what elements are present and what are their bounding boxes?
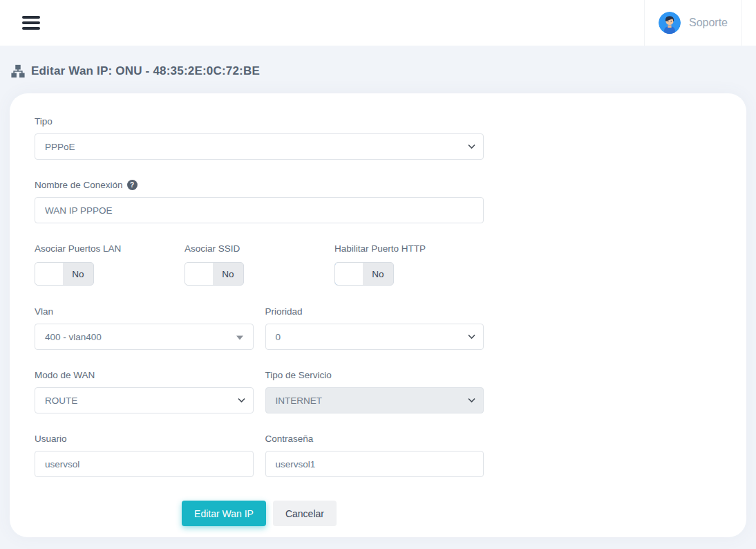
contrasena-label: Contraseña	[265, 434, 484, 444]
edit-wan-card: Tipo PPPoE Nombre de Conexión ? Asociar …	[10, 93, 746, 537]
tipo-select[interactable]: PPPoE	[35, 133, 484, 160]
asociar-ssid-toggle[interactable]: No	[185, 262, 244, 286]
toggle-handle	[35, 263, 63, 285]
modo-wan-label: Modo de WAN	[35, 370, 254, 380]
chevron-down-icon	[468, 145, 475, 149]
toggle-col-habilitar-puerto-http: Habilitar Puerto HTTP No	[334, 243, 484, 286]
field-contrasena: Contraseña	[265, 434, 484, 477]
vlan-select-value: 400 - vlan400	[45, 332, 102, 342]
toggle-col-asociar-puertos-lan: Asociar Puertos LAN No	[35, 243, 185, 286]
hamburger-bar	[22, 16, 40, 19]
row-modo-servicio: Modo de WAN ROUTE Tipo de Servicio INTER…	[35, 370, 484, 413]
menu-hamburger-icon[interactable]	[22, 16, 40, 30]
prioridad-select-value: 0	[276, 332, 281, 342]
vlan-label: Vlan	[35, 306, 254, 317]
row-vlan-prioridad: Vlan 400 - vlan400 Prioridad 0	[35, 306, 484, 350]
topbar: Soporte	[0, 0, 756, 46]
asociar-puertos-lan-toggle[interactable]: No	[35, 262, 94, 286]
page-title: Editar Wan IP: ONU - 48:35:2E:0C:72:BE	[31, 64, 260, 78]
cancelar-button[interactable]: Cancelar	[273, 501, 337, 526]
editar-wan-ip-button[interactable]: Editar Wan IP	[182, 501, 266, 526]
field-vlan: Vlan 400 - vlan400	[35, 306, 254, 350]
form-actions: Editar Wan IP Cancelar	[35, 501, 484, 526]
support-menu[interactable]: Soporte	[644, 0, 742, 46]
habilitar-puerto-http-label: Habilitar Puerto HTTP	[334, 243, 484, 254]
toggle-state-label: No	[63, 263, 93, 285]
asociar-puertos-lan-label: Asociar Puertos LAN	[35, 243, 185, 254]
triangle-down-icon	[236, 336, 243, 340]
toggle-col-asociar-ssid: Asociar SSID No	[185, 243, 334, 286]
field-nombre-conexion: Nombre de Conexión ?	[35, 180, 484, 223]
asociar-ssid-label: Asociar SSID	[185, 243, 334, 254]
toggle-row: Asociar Puertos LAN No Asociar SSID No H…	[35, 243, 484, 286]
nombre-conexion-label-row: Nombre de Conexión ?	[35, 180, 484, 190]
chevron-down-icon	[468, 398, 475, 403]
modo-wan-select-value: ROUTE	[45, 396, 77, 406]
tipo-servicio-label: Tipo de Servicio	[265, 370, 484, 380]
field-tipo-servicio: Tipo de Servicio INTERNET	[265, 370, 484, 413]
edit-wan-form: Tipo PPPoE Nombre de Conexión ? Asociar …	[35, 116, 484, 526]
nombre-conexion-label: Nombre de Conexión	[35, 180, 123, 190]
usuario-label: Usuario	[35, 434, 254, 444]
toggle-state-label: No	[213, 263, 243, 285]
field-prioridad: Prioridad 0	[265, 306, 484, 350]
vlan-select[interactable]: 400 - vlan400	[35, 324, 254, 350]
field-modo-wan: Modo de WAN ROUTE	[35, 370, 254, 413]
tipo-servicio-select: INTERNET	[265, 387, 484, 413]
toggle-state-label: No	[363, 263, 393, 285]
chevron-down-icon	[238, 398, 245, 403]
breadcrumb: Editar Wan IP: ONU - 48:35:2E:0C:72:BE	[11, 64, 756, 78]
hamburger-bar	[22, 21, 40, 24]
help-question-icon[interactable]: ?	[127, 180, 138, 190]
usuario-input[interactable]	[35, 451, 254, 477]
modo-wan-select[interactable]: ROUTE	[35, 387, 254, 413]
toggle-handle	[185, 263, 213, 285]
field-usuario: Usuario	[35, 434, 254, 477]
tipo-label: Tipo	[35, 116, 484, 127]
nombre-conexion-input[interactable]	[35, 197, 484, 223]
chevron-down-icon	[468, 335, 475, 339]
row-credenciales: Usuario Contraseña	[35, 434, 484, 477]
prioridad-label: Prioridad	[265, 306, 484, 317]
tipo-select-value: PPPoE	[45, 142, 75, 152]
support-label: Soporte	[689, 17, 728, 29]
user-avatar-icon	[659, 12, 681, 34]
hamburger-bar	[22, 27, 40, 30]
contrasena-input[interactable]	[265, 451, 484, 477]
tipo-servicio-select-value: INTERNET	[276, 396, 323, 406]
sitemap-icon	[11, 64, 25, 78]
field-tipo: Tipo PPPoE	[35, 116, 484, 160]
prioridad-select[interactable]: 0	[265, 324, 484, 350]
toggle-handle	[335, 263, 363, 285]
habilitar-puerto-http-toggle[interactable]: No	[334, 262, 394, 286]
